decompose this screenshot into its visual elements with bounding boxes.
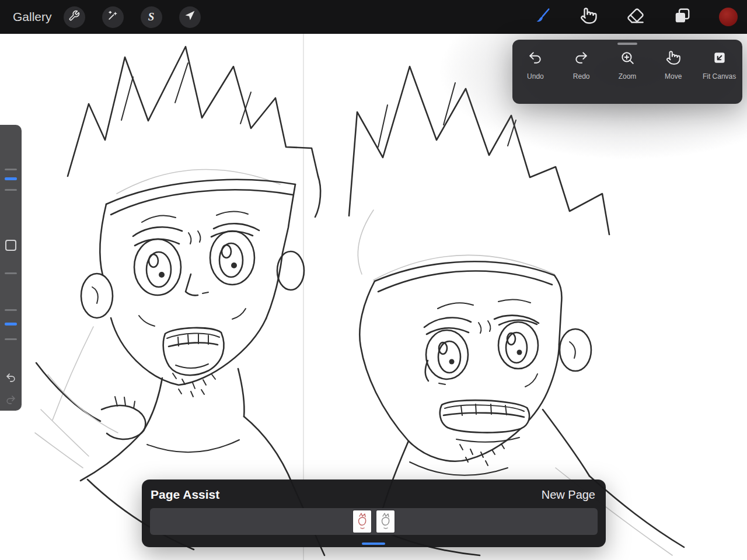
transform-arrow-icon — [184, 10, 196, 24]
top-toolbar: Gallery S — [0, 0, 747, 34]
undo-icon — [528, 50, 543, 68]
transform-button[interactable] — [179, 6, 201, 28]
modify-button[interactable] — [5, 240, 16, 251]
opacity-slider[interactable] — [0, 265, 22, 364]
selection-button[interactable]: S — [141, 6, 162, 28]
eraser-icon — [627, 7, 644, 27]
smudge-finger-icon — [580, 7, 598, 27]
gallery-button[interactable]: Gallery — [13, 10, 52, 24]
move-label: Move — [665, 72, 682, 80]
redo-label: Redo — [573, 72, 590, 80]
fit-canvas-button[interactable]: Fit Canvas — [696, 50, 742, 80]
layers-icon — [673, 7, 691, 27]
fit-canvas-icon — [712, 50, 727, 68]
redo-button[interactable]: Redo — [558, 50, 605, 80]
sidebar-redo-button[interactable] — [5, 394, 16, 405]
zoom-label: Zoom — [619, 72, 637, 80]
page-assist-panel: Page Assist New Page — [142, 480, 606, 547]
layers-button[interactable] — [672, 7, 692, 27]
magic-wand-icon — [107, 10, 118, 24]
sidebar-undo-button[interactable] — [5, 372, 16, 383]
wrench-icon — [68, 10, 80, 24]
brush-size-slider[interactable] — [0, 125, 22, 236]
move-hand-icon — [666, 50, 681, 68]
brush-size-handle[interactable] — [5, 177, 17, 180]
color-swatch[interactable] — [719, 8, 738, 26]
page-thumbnail-1[interactable] — [353, 510, 371, 533]
procreate-app: Gallery S — [0, 0, 747, 560]
slider-tick — [5, 272, 17, 274]
brush-icon — [533, 7, 551, 27]
quick-actions-panel: Undo Redo Zoom — [512, 40, 742, 104]
active-page-indicator — [362, 542, 385, 545]
quick-actions-row: Undo Redo Zoom — [512, 50, 742, 80]
slider-tick — [5, 169, 17, 170]
move-button[interactable]: Move — [650, 50, 696, 80]
left-tool-group: S — [64, 6, 201, 28]
slider-tick — [5, 338, 17, 340]
eraser-tool-button[interactable] — [626, 7, 645, 27]
brush-tool-button[interactable] — [532, 7, 552, 27]
smudge-tool-button[interactable] — [579, 7, 599, 27]
page-assist-title: Page Assist — [151, 488, 219, 502]
page-timeline-strip[interactable] — [150, 508, 598, 535]
slider-tick — [5, 189, 17, 191]
actions-button[interactable] — [64, 6, 85, 28]
zoom-icon — [620, 50, 635, 68]
redo-icon — [574, 50, 589, 68]
page-assist-header: Page Assist New Page — [142, 480, 606, 502]
zoom-button[interactable]: Zoom — [605, 50, 651, 80]
opacity-handle[interactable] — [5, 323, 17, 326]
adjustments-button[interactable] — [102, 6, 124, 28]
page-thumbnail-2[interactable] — [376, 510, 395, 533]
right-tool-group — [532, 7, 747, 27]
fit-canvas-label: Fit Canvas — [703, 72, 736, 80]
brush-sidebar — [0, 125, 22, 411]
new-page-button[interactable]: New Page — [542, 488, 595, 502]
panel-drag-handle[interactable] — [617, 43, 637, 45]
undo-button[interactable]: Undo — [512, 50, 558, 80]
selection-s-icon: S — [148, 10, 155, 23]
slider-tick — [5, 309, 17, 311]
undo-label: Undo — [527, 72, 544, 80]
